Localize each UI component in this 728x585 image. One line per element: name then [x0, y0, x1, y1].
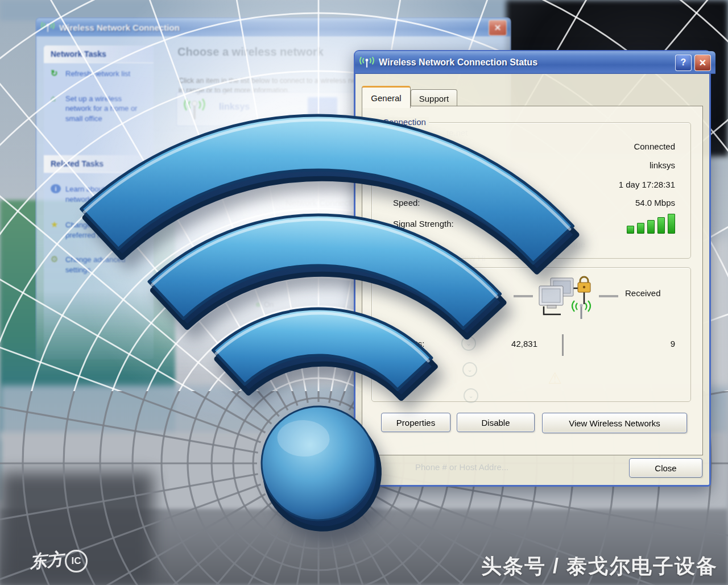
- ghost-chevron-icon: ⌄: [464, 388, 478, 403]
- green-dot-icon: [256, 302, 260, 307]
- wireless-icon: [359, 56, 374, 69]
- status-label: Status:: [393, 142, 420, 151]
- network-item-thumbnail: [308, 97, 337, 118]
- tab-support[interactable]: Support: [411, 89, 457, 107]
- window-close-button[interactable]: ✕: [489, 20, 507, 36]
- tab-general[interactable]: General: [362, 86, 411, 108]
- task-change-preferred-order[interactable]: ★ Change the order of preferred networks: [44, 214, 154, 242]
- ghost-chevron-icon: ⌄: [462, 362, 477, 377]
- connection-group-label: Connection: [380, 117, 429, 127]
- antenna-icon: [184, 97, 205, 122]
- activity-groupbox: Activity: [371, 267, 691, 402]
- received-dash: [599, 295, 618, 297]
- lock-shackle: [580, 277, 588, 283]
- sent-dash: [514, 295, 533, 297]
- received-label: Received: [625, 288, 661, 298]
- watermark-toutiao: 头条号 / 泰戈尔电子设备: [481, 553, 718, 580]
- router-icon: ⌂: [51, 94, 61, 124]
- window-titlebar[interactable]: Wireless Network Connection ✕: [36, 18, 510, 36]
- signal-strength-bars: [623, 213, 675, 234]
- network-value: linksys: [526, 160, 675, 170]
- network-activity-icon: [533, 275, 596, 331]
- task-change-advanced-settings[interactable]: ⚙ Change advanced settings: [44, 249, 154, 277]
- network-item-name: linksys: [219, 102, 250, 112]
- duration-value: 1 day 17:28:31: [526, 180, 675, 189]
- packets-divider: [562, 334, 564, 356]
- star-icon: ★: [51, 220, 61, 240]
- network-list-item[interactable]: linksys: [176, 92, 368, 126]
- dialog-title: Wireless Network Connection Status: [379, 57, 672, 68]
- dialog-close-button[interactable]: ✕: [694, 55, 711, 71]
- ghost-network-connection: Network Connection: [286, 198, 362, 208]
- task-refresh-network-list[interactable]: ↻ Refresh network list: [44, 63, 154, 81]
- watermark-dongfang-ic: 东方 IC: [30, 549, 88, 572]
- ghost-on-indicator: On: [256, 300, 274, 309]
- status-value: Connected: [526, 142, 675, 151]
- ghost-chevron-icon: ⌄: [461, 336, 476, 351]
- network-label: Network:: [393, 160, 427, 170]
- task-learn-about-wireless[interactable]: i Learn about wireless networking: [44, 179, 154, 206]
- speed-value: 54.0 Mbps: [526, 198, 675, 208]
- disable-button[interactable]: Disable: [457, 413, 535, 432]
- activity-group-label: Activity: [380, 262, 413, 272]
- dialog-titlebar[interactable]: Wireless Network Connection Status ? ✕: [355, 51, 715, 74]
- help-button[interactable]: ?: [675, 55, 692, 71]
- view-wireless-networks-button[interactable]: View Wireless Networks: [542, 413, 687, 433]
- speed-label: Speed:: [393, 198, 420, 208]
- network-tasks-header[interactable]: Network Tasks: [44, 45, 154, 63]
- close-button[interactable]: Close: [629, 458, 702, 478]
- window-title: Wireless Network Connection: [59, 23, 180, 32]
- sent-label: Sent: [482, 288, 499, 298]
- signal-strength-label: Signal Strength:: [393, 219, 454, 229]
- properties-button[interactable]: Properties: [381, 413, 450, 432]
- ghost-phone-host-text: Phone # or Host Addre...: [415, 462, 508, 472]
- refresh-icon: ↻: [51, 69, 61, 79]
- related-tasks-header[interactable]: Related Tasks: [44, 155, 154, 173]
- duration-label: Duration:: [393, 180, 428, 189]
- info-icon: i: [51, 184, 61, 193]
- task-setup-wireless-network[interactable]: ⌂ Set up a wireless network for a home o…: [44, 88, 154, 126]
- packets-received-value: 9: [623, 339, 675, 348]
- wireless-status-dialog: Wireless Network Connection Status ? ✕ G…: [354, 50, 711, 487]
- task-panel: Network Tasks ↻ Refresh network list ⌂ S…: [44, 45, 154, 359]
- wireless-icon: [41, 22, 55, 33]
- packets-label: Packets:: [392, 339, 425, 348]
- choose-network-heading: Choose a wireless network: [177, 45, 324, 59]
- gear-icon: ⚙: [51, 255, 61, 275]
